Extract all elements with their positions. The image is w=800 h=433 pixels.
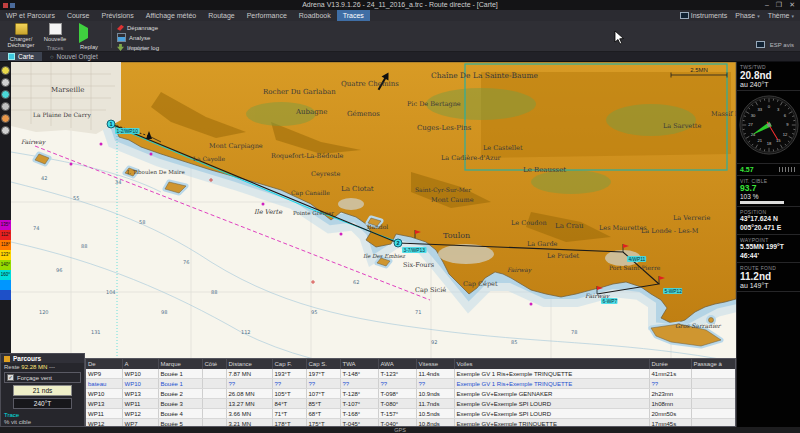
column-header[interactable]: AWA xyxy=(378,359,416,369)
parcours-flag-icon xyxy=(4,356,10,362)
legend-swatch-label: 140° xyxy=(0,262,11,267)
instruments-button[interactable]: Instruments xyxy=(680,12,728,19)
vit-cible-panel[interactable]: VIT. CIBLE 93.7 103 % xyxy=(737,176,800,207)
maximize-button[interactable]: ❐ xyxy=(776,1,782,9)
route-fond-dir: au 149°T xyxy=(740,282,797,289)
column-header[interactable]: Cap S. xyxy=(306,359,340,369)
depth-sounding: 62 xyxy=(353,279,359,285)
waypoint-panel[interactable]: WAYPOINT 5.55MN 199°T 46:44' xyxy=(737,235,800,263)
table-cell: ?? xyxy=(272,379,306,389)
column-header[interactable]: A xyxy=(122,359,158,369)
table-row[interactable]: bateauWP10Bouée 1????????????Exemple GV … xyxy=(86,379,736,389)
table-cell: 26.08 MN xyxy=(226,389,272,399)
ribbon-group-analyse: Dépannage Analyse Importer log Analyse xyxy=(113,21,163,51)
chart-place-label: Cap Cépet xyxy=(463,280,498,288)
chart-place-label: Roquefort-La-Bédoule xyxy=(271,152,344,160)
forcage-vent-box[interactable]: ✓ Forçage vent xyxy=(4,372,81,383)
ribbon-tab-bar: WP et Parcours Course Prévisions Afficha… xyxy=(0,10,800,21)
ribbon-tab-roadbook[interactable]: Roadbook xyxy=(293,10,337,21)
table-header-row[interactable]: DeAMarqueCôtéDistanceCap F.Cap S.TWAAWAV… xyxy=(86,359,736,369)
log-panel[interactable]: 4.57 xyxy=(737,164,800,176)
route-table-panel[interactable]: DeAMarqueCôtéDistanceCap F.Cap S.TWAAWAV… xyxy=(85,358,736,427)
left-toolbar-icon-1[interactable] xyxy=(1,66,10,75)
compass-panel[interactable]: 03691215182124273033 xyxy=(737,91,800,164)
ribbon-tab-routage[interactable]: Routage xyxy=(202,10,240,21)
column-header[interactable]: Marque xyxy=(158,359,202,369)
ribbon-tab-previsions[interactable]: Prévisions xyxy=(95,10,139,21)
play-icon xyxy=(79,23,99,43)
parcours-panel: Parcours Reste 92.28 MN --- ✓ Forçage ve… xyxy=(0,353,85,427)
table-cell: T-098° xyxy=(378,389,416,399)
legend-swatch[interactable] xyxy=(0,290,11,300)
table-row[interactable]: WP9WP10Bouée 17.87 MN193°T197°TT-148°T-1… xyxy=(86,369,736,379)
phase-button[interactable]: Phase xyxy=(735,12,759,19)
column-header[interactable]: Voiles xyxy=(454,359,649,369)
tab-nouvel-onglet[interactable]: Nouvel Onglet xyxy=(42,52,106,61)
table-cell: WP11 xyxy=(122,399,158,409)
close-button[interactable]: ✕ xyxy=(789,1,795,9)
table-cell: T-123° xyxy=(378,369,416,379)
legend-swatch[interactable] xyxy=(0,280,11,290)
depth-sounding: 34 xyxy=(115,179,121,185)
column-header[interactable]: Passage à xyxy=(691,359,736,369)
table-row[interactable]: WP13WP11Bouée 313.27 MN84°T85°TT-107°T-0… xyxy=(86,399,736,409)
legend-swatch[interactable]: 160° xyxy=(0,270,11,280)
table-row[interactable]: WP12WP7Bouée 53.21 MN178°T175°TT-045°T-0… xyxy=(86,419,736,428)
chart-place-label: Port Saint-Pierre xyxy=(609,264,661,271)
table-cell: WP11 xyxy=(86,409,122,419)
wind-speed-input[interactable]: 21 nds xyxy=(13,385,72,396)
depth-sounding: 88 xyxy=(211,289,217,295)
left-toolbar-icon-4[interactable] xyxy=(1,102,10,111)
column-header[interactable]: De xyxy=(86,359,122,369)
column-header[interactable]: Cap F. xyxy=(272,359,306,369)
chart-place-label: La Verrerie xyxy=(673,214,710,222)
column-header[interactable]: Durée xyxy=(649,359,691,369)
table-cell: WP12 xyxy=(86,419,122,428)
left-toolbar-icon-6[interactable] xyxy=(1,126,10,135)
column-header[interactable]: Côté xyxy=(202,359,226,369)
position-panel[interactable]: POSITION 43°17.624 N 005°20.471 E xyxy=(737,207,800,235)
esp-avis-button[interactable]: ESP avis xyxy=(756,41,794,48)
table-cell: 10.8nds xyxy=(416,419,454,428)
legend-swatch[interactable]: 140° xyxy=(0,260,11,270)
left-toolbar-icon-2[interactable] xyxy=(1,78,10,87)
ribbon-tab-performance[interactable]: Performance xyxy=(241,10,293,21)
ribbon-tab-traces[interactable]: Traces xyxy=(337,10,370,21)
analyse-button[interactable]: Analyse xyxy=(117,33,159,42)
column-header[interactable]: TWA xyxy=(340,359,378,369)
ribbon-tab-affichage-meteo[interactable]: Affichage météo xyxy=(140,10,202,21)
left-toolbar-icon-5[interactable] xyxy=(1,114,10,123)
tws-twd-panel[interactable]: TWS/TWD 20.8nd au 240°T xyxy=(737,62,800,91)
ribbon-tab-wp-et-parcours[interactable]: WP et Parcours xyxy=(0,10,61,21)
tab-carte[interactable]: Carte xyxy=(0,52,42,61)
legend-swatch[interactable]: 123° xyxy=(0,250,11,260)
left-toolbar-icon-3[interactable] xyxy=(1,90,10,99)
twd-value: au 240°T xyxy=(740,81,797,88)
table-cell: WP12 xyxy=(122,409,158,419)
legend-swatch[interactable]: 135° xyxy=(0,220,11,230)
depth-sounding: 95 xyxy=(311,309,317,315)
parcours-header[interactable]: Parcours xyxy=(1,354,84,363)
route-fond-panel[interactable]: ROUTE FOND 11.2nd au 149°T xyxy=(737,263,800,292)
position-lat: 43°17.624 N xyxy=(740,215,797,223)
theme-button[interactable]: Thème xyxy=(768,12,794,19)
table-cell xyxy=(691,409,736,419)
chart-place-label: La Cadière-d'Azur xyxy=(441,154,502,162)
column-header[interactable]: Distance xyxy=(226,359,272,369)
legend-swatch[interactable]: 118° xyxy=(0,240,11,250)
legend-swatch[interactable]: 112° xyxy=(0,230,11,240)
titlebar: Adrena V13.9.1.26 - 24_11_2016_a.trc - R… xyxy=(0,0,800,10)
forcage-checkbox[interactable]: ✓ xyxy=(7,374,14,381)
table-row[interactable]: WP10WP13Bouée 226.08 MN105°T107°TT-128°T… xyxy=(86,389,736,399)
ribbon-tab-course[interactable]: Course xyxy=(61,10,96,21)
column-header[interactable]: Vitesse xyxy=(416,359,454,369)
table-row[interactable]: WP11WP12Bouée 43.66 MN71°T68°TT-168°T-15… xyxy=(86,409,736,419)
table-cell xyxy=(691,399,736,409)
legend-swatch-label: 112° xyxy=(0,232,11,237)
wind-dir-input[interactable]: 240°T xyxy=(13,398,72,409)
nouvelle-button[interactable]: Nouvelle xyxy=(38,22,72,42)
instrument-panel: TWS/TWD 20.8nd au 240°T 0369121518212427… xyxy=(736,62,800,427)
folder-icon xyxy=(15,23,28,35)
minimize-button[interactable]: – xyxy=(765,1,769,9)
depannage-button[interactable]: Dépannage xyxy=(117,24,159,31)
